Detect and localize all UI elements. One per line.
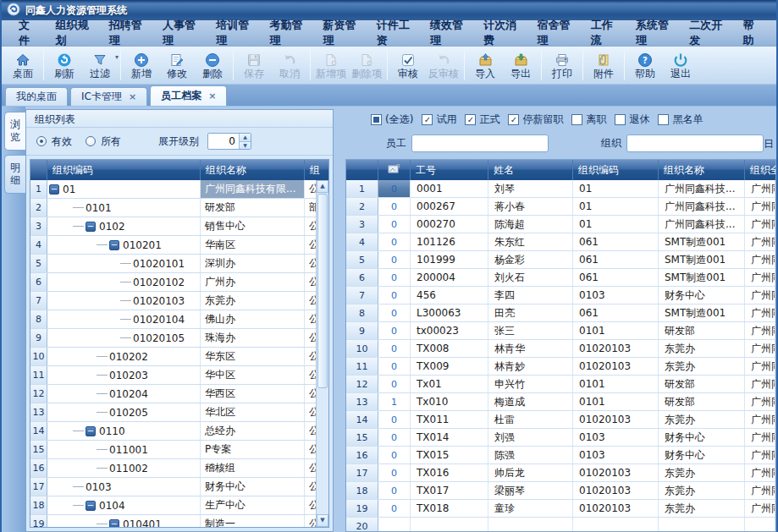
- close-icon[interactable]: ×: [208, 92, 216, 101]
- tree-row[interactable]: 19−010401制造一公: [30, 515, 316, 527]
- table-row[interactable]: 90tx00023张三0101研发部广州同: [346, 322, 775, 340]
- table-row[interactable]: 140TX011杜雷01020103东莞办广州同: [346, 411, 775, 429]
- collapse-icon[interactable]: −: [49, 184, 59, 195]
- stepper-down-icon[interactable]: ▼: [240, 141, 251, 150]
- expand-level-value[interactable]: 0: [208, 134, 239, 149]
- toolbar-button-filter[interactable]: 过滤▾: [82, 47, 118, 83]
- table-row[interactable]: 170TX016帅后龙01020103东莞办广州同: [346, 464, 775, 482]
- menu-item[interactable]: 计件工资: [367, 20, 420, 46]
- scroll-up-icon[interactable]: ▲: [317, 180, 328, 193]
- tree-row[interactable]: 4−010201华南区公: [30, 236, 316, 255]
- org-search-input[interactable]: [626, 134, 764, 152]
- collapse-icon[interactable]: −: [86, 222, 96, 232]
- org-code-column-header[interactable]: 组织编码: [47, 160, 201, 180]
- collapse-icon[interactable]: −: [109, 240, 119, 250]
- table-row[interactable]: 70456李四0103财务中心广州同: [346, 287, 775, 304]
- table-row[interactable]: 60200004刘火石061SMT制造001广州同: [346, 269, 775, 287]
- table-row[interactable]: 20: [346, 518, 775, 531]
- filter-probation[interactable]: ✓试用: [422, 112, 456, 127]
- menu-item[interactable]: 培训管理: [206, 20, 259, 46]
- toolbar-button-export[interactable]: 导出: [503, 47, 538, 83]
- menu-item[interactable]: 考勤管理: [259, 20, 312, 46]
- toolbar-button-print[interactable]: 打印: [544, 47, 580, 83]
- radio-valid[interactable]: [36, 136, 47, 146]
- menu-item[interactable]: 二次开发: [679, 20, 732, 46]
- org-tree-scrollbar[interactable]: ▲ ▼: [316, 180, 328, 527]
- expand-level-stepper[interactable]: 0 ▲ ▼: [207, 133, 251, 150]
- tree-row[interactable]: 14−0110总经办公: [30, 422, 316, 441]
- tree-row[interactable]: 601020102广州办公: [30, 273, 316, 292]
- collapse-icon[interactable]: −: [86, 426, 96, 436]
- tree-row[interactable]: 12010204华西区公: [30, 385, 316, 403]
- emp-orgcode-column-header[interactable]: 组织编码: [573, 160, 659, 180]
- table-row[interactable]: 131Tx010梅道成0101研发部广州同: [346, 393, 775, 411]
- menu-item[interactable]: 工作流: [581, 20, 626, 46]
- org-extra-column-header[interactable]: 组: [305, 160, 328, 180]
- tab-my-desktop[interactable]: 我的桌面: [5, 87, 68, 106]
- toolbar-button-refresh[interactable]: 刷新: [47, 47, 82, 83]
- stepper-up-icon[interactable]: ▲: [240, 134, 251, 141]
- toolbar-button-help[interactable]: ?帮助: [627, 47, 663, 83]
- panel-splitter[interactable]: [334, 107, 345, 532]
- tree-row[interactable]: 701020103东莞办公: [30, 292, 316, 310]
- table-row[interactable]: 80L300063田亮061SMT制造001广州同: [346, 304, 775, 322]
- emp-id-column-header[interactable]: 工号: [411, 160, 488, 180]
- menu-item[interactable]: 宿舍管理: [527, 20, 580, 46]
- table-row[interactable]: 50101999杨金彩061SMT制造001广州同: [346, 251, 775, 269]
- table-row[interactable]: 110TX009林青妙01020103东莞办广州同: [346, 358, 775, 376]
- table-row[interactable]: 150TX014刘强0103财务中心广州同: [346, 429, 775, 447]
- tree-row[interactable]: 3−0102销售中心公: [30, 217, 316, 236]
- toolbar-button-add[interactable]: 新增: [124, 47, 159, 83]
- tree-row[interactable]: 18−0104生产中心公: [30, 496, 316, 515]
- menu-item[interactable]: 帮助: [732, 20, 770, 46]
- filter-resigned[interactable]: 离职: [571, 112, 606, 127]
- toolbar-button-exit[interactable]: 退出: [663, 47, 698, 83]
- filter-regular[interactable]: ✓正式: [465, 112, 499, 127]
- menu-item[interactable]: 文件: [8, 20, 46, 46]
- toolbar-button-import[interactable]: 导入: [467, 47, 503, 83]
- side-tab-detail[interactable]: 明细: [4, 155, 25, 194]
- scrollbar-track[interactable]: [317, 389, 328, 514]
- tab-employee-archive[interactable]: 员工档案×: [150, 85, 227, 106]
- tree-row[interactable]: 15011001P专案公: [30, 441, 316, 459]
- tree-row[interactable]: 801020104佛山办公: [30, 310, 316, 329]
- menu-item[interactable]: 计次消费: [473, 20, 527, 46]
- emp-orgfull-column-header[interactable]: 组织全: [745, 160, 775, 180]
- tree-row[interactable]: 170103财务中心公: [30, 478, 316, 496]
- filter-blacklist[interactable]: 黑名单: [658, 112, 703, 127]
- radio-all[interactable]: [86, 136, 96, 146]
- table-row[interactable]: 30000270陈海超01广州同鑫科技...广州同: [346, 216, 775, 233]
- collapse-icon[interactable]: −: [86, 501, 96, 511]
- table-row[interactable]: 40101126朱东红061SMT制造001广州同: [346, 233, 775, 251]
- tree-row[interactable]: 13010205华北区公: [30, 403, 316, 422]
- toolbar-button-attachment[interactable]: 附件: [586, 47, 621, 83]
- badge-column-header[interactable]: [378, 160, 411, 180]
- toolbar-button-audit[interactable]: 审核: [390, 47, 426, 83]
- table-row[interactable]: 190TX018童珍01020103东莞办广州同: [346, 500, 775, 518]
- tree-row[interactable]: 501020101深圳办公: [30, 255, 316, 273]
- menu-item[interactable]: 人事管理: [152, 20, 206, 46]
- scroll-down-icon[interactable]: ▼: [317, 514, 328, 527]
- table-row[interactable]: 100TX008林青华01020103东莞办广州同: [346, 340, 775, 358]
- table-row[interactable]: 180TX017梁丽琴01020103东莞办广州同: [346, 482, 775, 500]
- scrollbar-thumb[interactable]: [317, 194, 328, 388]
- side-tab-browse[interactable]: 浏览: [4, 112, 25, 151]
- employee-search-input[interactable]: [411, 134, 549, 152]
- collapse-icon[interactable]: −: [109, 519, 119, 528]
- tree-row[interactable]: 16011002稽核组公: [30, 459, 316, 478]
- menu-item[interactable]: 招聘管理: [99, 20, 152, 46]
- close-icon[interactable]: ×: [129, 93, 136, 101]
- table-row[interactable]: 120Tx01申兴竹0101研发部广州同: [346, 376, 775, 393]
- filter-retired[interactable]: 退休: [615, 112, 649, 127]
- menu-item[interactable]: 薪资管理: [313, 20, 367, 46]
- tab-ic-card[interactable]: IC卡管理×: [70, 87, 147, 106]
- table-row[interactable]: 100001刘琴01广州同鑫科技...广州同: [346, 180, 775, 198]
- menu-item[interactable]: 绩效管理: [420, 20, 473, 46]
- filter-select-all[interactable]: (全选): [371, 112, 413, 127]
- tree-row[interactable]: 20101研发部部: [30, 199, 316, 217]
- tree-row[interactable]: 901020105珠海办公: [30, 329, 316, 348]
- table-row[interactable]: 160TX015陈强0103财务中心广州同: [346, 447, 775, 464]
- tree-row[interactable]: 1−01广州同鑫科技有限...公: [30, 180, 316, 199]
- org-name-column-header[interactable]: 组织名称: [201, 160, 305, 180]
- tree-row[interactable]: 11010203华中区公: [30, 366, 316, 385]
